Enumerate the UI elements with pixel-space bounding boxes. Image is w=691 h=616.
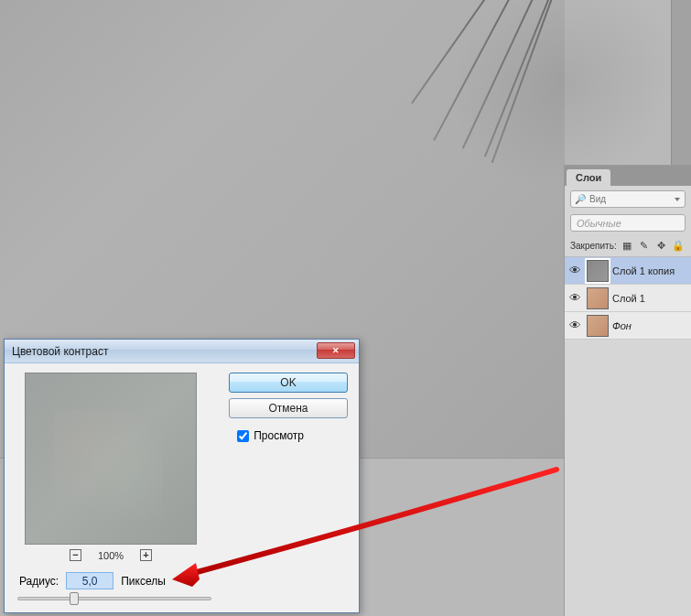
radius-input[interactable] bbox=[66, 572, 113, 589]
layer-kind-select[interactable]: 🔎 Вид bbox=[570, 190, 686, 208]
layer-thumbnail[interactable] bbox=[587, 260, 609, 282]
layer-name-label[interactable]: Фон bbox=[612, 320, 632, 331]
lock-row: Закрепить: ▦ ✎ ✥ 🔒 bbox=[565, 233, 691, 257]
visibility-eye-icon[interactable]: 👁 bbox=[567, 264, 583, 277]
layer-name-label[interactable]: Слой 1 bbox=[612, 293, 645, 304]
layers-panel: Слои 🔎 Вид Обычные Закрепить: ▦ ✎ ✥ 🔒 👁 … bbox=[564, 165, 691, 616]
zoom-level-label: 100% bbox=[98, 550, 124, 561]
canvas-right-edge bbox=[671, 0, 691, 165]
radius-slider[interactable] bbox=[17, 597, 211, 600]
layer-list: 👁 Слой 1 копия 👁 Слой 1 👁 Фон bbox=[565, 257, 691, 340]
image-detail-hair bbox=[363, 0, 565, 183]
high-pass-dialog: Цветовой контраст ✕ − 100% + OK Отмена П… bbox=[4, 339, 360, 613]
blend-mode-row: Обычные bbox=[565, 212, 691, 233]
layer-row[interactable]: 👁 Слой 1 bbox=[565, 285, 691, 312]
preview-checkbox-row[interactable]: Просмотр bbox=[237, 429, 304, 442]
cancel-button[interactable]: Отмена bbox=[229, 398, 348, 418]
dialog-body: − 100% + OK Отмена Просмотр Радиус: Пикс… bbox=[5, 363, 359, 612]
layer-thumbnail[interactable] bbox=[587, 287, 609, 309]
close-button[interactable]: ✕ bbox=[317, 342, 355, 359]
blend-mode-select[interactable]: Обычные bbox=[570, 214, 686, 232]
layer-row[interactable]: 👁 Слой 1 копия bbox=[565, 257, 691, 285]
tab-layers[interactable]: Слои bbox=[567, 169, 610, 186]
layer-row[interactable]: 👁 Фон bbox=[565, 312, 691, 340]
preview-checkbox-label: Просмотр bbox=[254, 429, 304, 442]
layer-thumbnail[interactable] bbox=[587, 315, 609, 337]
close-icon: ✕ bbox=[332, 346, 340, 355]
zoom-controls: − 100% + bbox=[25, 549, 197, 561]
lock-image-icon[interactable]: ✎ bbox=[637, 238, 652, 253]
radius-label: Радиус: bbox=[19, 575, 59, 588]
dialog-titlebar[interactable]: Цветовой контраст ✕ bbox=[5, 340, 359, 363]
lock-transparent-icon[interactable]: ▦ bbox=[620, 238, 634, 253]
plus-icon: + bbox=[143, 550, 148, 560]
dialog-title: Цветовой контраст bbox=[12, 345, 108, 358]
preview-checkbox[interactable] bbox=[237, 430, 249, 442]
panel-tabs: Слои bbox=[565, 166, 691, 186]
radius-slider-thumb[interactable] bbox=[70, 592, 79, 605]
visibility-eye-icon[interactable]: 👁 bbox=[567, 319, 583, 332]
layer-name-label[interactable]: Слой 1 копия bbox=[612, 265, 675, 276]
lock-label: Закрепить: bbox=[570, 241, 617, 251]
lock-position-icon[interactable]: ✥ bbox=[653, 238, 668, 253]
zoom-out-button[interactable]: − bbox=[70, 549, 81, 561]
radius-unit-label: Пикселы bbox=[121, 575, 166, 588]
radius-control-row: Радиус: Пикселы bbox=[19, 572, 166, 589]
zoom-in-button[interactable]: + bbox=[140, 549, 152, 561]
lock-all-icon[interactable]: 🔒 bbox=[671, 238, 686, 253]
minus-icon: − bbox=[72, 550, 78, 560]
visibility-eye-icon[interactable]: 👁 bbox=[567, 291, 583, 305]
filter-preview[interactable] bbox=[25, 373, 197, 545]
layer-filter-row: 🔎 Вид bbox=[565, 186, 691, 212]
ok-button[interactable]: OK bbox=[229, 373, 348, 393]
search-icon: 🔎 bbox=[575, 194, 586, 204]
